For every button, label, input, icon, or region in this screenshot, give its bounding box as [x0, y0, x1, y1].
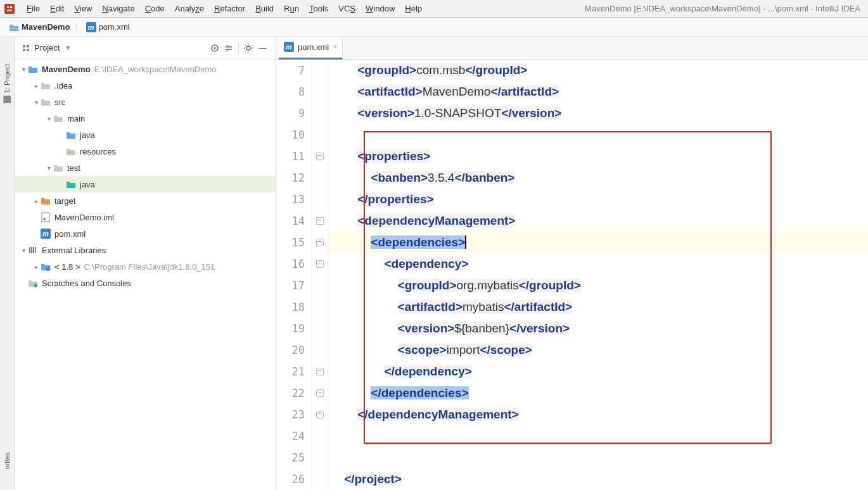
breadcrumb: MavenDemo 〉 m pom.xml [0, 18, 868, 37]
menu-analyze[interactable]: Analyze [170, 3, 209, 15]
tree-main[interactable]: ▾ main [15, 110, 276, 127]
svg-rect-12 [68, 151, 71, 154]
breadcrumb-file[interactable]: m pom.xml [84, 21, 132, 34]
menu-tools[interactable]: Tools [304, 3, 333, 15]
svg-rect-8 [27, 49, 29, 51]
svg-rect-17 [33, 247, 34, 253]
svg-point-11 [246, 46, 250, 50]
tree-test-java[interactable]: java [15, 176, 276, 192]
tree-iml[interactable]: MavenDemo.iml [15, 209, 276, 225]
window-title: MavenDemo [E:\IDEA_workspace\MavenDemo] … [585, 4, 864, 13]
tree-test[interactable]: ▾ test [15, 160, 276, 176]
editor-tabs: m pom.xml × [276, 37, 868, 60]
chevron-right-icon: ▸ [32, 82, 41, 89]
tree-root[interactable]: ▾ MavenDemo E:\IDEA_workspace\MavenDemo [15, 61, 276, 77]
svg-rect-15 [29, 247, 30, 253]
fold-gutter [312, 60, 328, 490]
breadcrumb-root[interactable]: MavenDemo [6, 21, 73, 33]
maven-file-icon: m [41, 229, 51, 239]
svg-rect-3 [7, 9, 12, 11]
chevron-right-icon: ▸ [32, 263, 41, 270]
editor-body[interactable]: 7891011121314151617181920212223242526 <g… [276, 60, 868, 490]
svg-rect-13 [42, 213, 49, 222]
close-icon[interactable]: × [333, 42, 337, 51]
svg-rect-1 [7, 6, 9, 8]
tree-src[interactable]: ▾ src [15, 94, 276, 110]
app-logo-icon [4, 3, 15, 15]
project-tree[interactable]: ▾ MavenDemo E:\IDEA_workspace\MavenDemo … [15, 60, 276, 490]
svg-point-10 [214, 47, 216, 49]
settings-icon[interactable] [241, 41, 255, 55]
rail-project-tab[interactable]: 1: Project [4, 64, 11, 103]
tree-pom[interactable]: m pom.xml [15, 225, 276, 242]
locate-icon[interactable] [208, 41, 222, 55]
svg-rect-5 [23, 45, 25, 47]
breadcrumb-separator-icon: 〉 [73, 22, 84, 33]
chevron-right-icon: ▸ [32, 198, 41, 204]
menu-edit[interactable]: Edit [45, 3, 69, 15]
menu-run[interactable]: Run [279, 3, 304, 15]
menu-build[interactable]: Build [250, 3, 279, 15]
svg-rect-7 [23, 49, 25, 51]
menu-bar: File Edit View Navigate Code Analyze Ref… [0, 0, 868, 18]
project-header: Project ▼ — [15, 37, 276, 60]
svg-rect-4 [4, 96, 11, 103]
tree-scratches[interactable]: Scratches and Consoles [15, 275, 276, 291]
collapse-all-icon[interactable] [222, 41, 236, 55]
tab-pom[interactable]: m pom.xml × [279, 37, 343, 60]
svg-rect-2 [10, 6, 12, 8]
chevron-down-icon: ▾ [44, 165, 53, 172]
rail-favorites-tab[interactable]: orites [4, 453, 11, 470]
menu-navigate[interactable]: Navigate [97, 3, 139, 15]
tree-idea[interactable]: ▸ .idea [15, 77, 276, 94]
chevron-down-icon: ▾ [32, 99, 41, 106]
sidebar-rail: 1: Project orites [0, 37, 15, 490]
menu-view[interactable]: View [69, 3, 97, 15]
menu-file[interactable]: File [22, 3, 45, 15]
menu-code[interactable]: Code [140, 3, 170, 15]
svg-rect-16 [31, 247, 32, 253]
maven-file-icon: m [86, 22, 96, 32]
chevron-down-icon: ▾ [19, 66, 28, 73]
tree-external[interactable]: ▾ External Libraries [15, 242, 276, 258]
tree-jdk[interactable]: ▸ < 1.8 > C:\Program Files\Java\jdk1.8.0… [15, 258, 276, 275]
chevron-down-icon: ▼ [65, 44, 71, 51]
menu-window[interactable]: Window [361, 3, 400, 15]
menu-help[interactable]: Help [400, 3, 427, 15]
menu-refactor[interactable]: Refactor [209, 3, 250, 15]
svg-rect-6 [27, 45, 29, 47]
svg-point-14 [43, 218, 46, 220]
tree-resources[interactable]: resources [15, 143, 276, 160]
tree-target[interactable]: ▸ target [15, 192, 276, 209]
tree-main-java[interactable]: java [15, 127, 276, 143]
menu-vcs[interactable]: VCS [333, 3, 361, 15]
svg-rect-0 [4, 4, 15, 14]
editor: m pom.xml × 7891011121314151617181920212… [276, 37, 868, 490]
code-area[interactable]: <groupId>com.msb</groupId> <artifactId>M… [328, 60, 868, 490]
project-title[interactable]: Project ▼ [22, 43, 71, 53]
hide-icon[interactable]: — [255, 41, 269, 55]
maven-file-icon: m [284, 42, 294, 52]
svg-point-20 [34, 284, 37, 287]
chevron-down-icon: ▾ [19, 247, 28, 254]
svg-rect-18 [35, 247, 36, 253]
line-number-gutter: 7891011121314151617181920212223242526 [276, 60, 312, 490]
svg-point-19 [46, 267, 50, 271]
project-panel: Project ▼ — ▾ MavenDemo E:\IDEA_workspac… [15, 37, 276, 490]
chevron-down-icon: ▾ [44, 115, 53, 122]
